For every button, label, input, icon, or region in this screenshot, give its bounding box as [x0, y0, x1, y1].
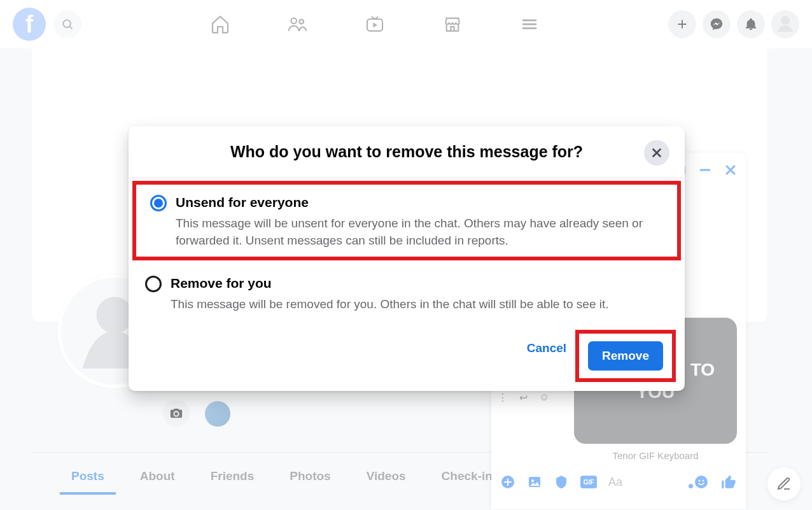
remove-button[interactable]: Remove — [588, 341, 663, 371]
dialog-body: Unsend for everyone This message will be… — [129, 182, 685, 331]
dialog-footer: Cancel Remove — [129, 331, 685, 391]
option-unsend-everyone[interactable]: Unsend for everyone This message will be… — [134, 182, 680, 259]
dialog-header: Who do you want to remove this message f… — [129, 126, 685, 178]
dialog-title: Who do you want to remove this message f… — [230, 143, 583, 161]
cancel-button[interactable]: Cancel — [517, 335, 577, 362]
radio-remove-for-you[interactable] — [145, 276, 162, 292]
option-title: Remove for you — [171, 276, 609, 291]
option-description: This message will be unsent for everyone… — [176, 215, 663, 249]
option-remove-for-you[interactable]: Remove for you This message will be remo… — [129, 263, 685, 323]
option-title: Unsend for everyone — [176, 195, 663, 210]
close-dialog-button[interactable] — [644, 140, 669, 166]
remove-message-dialog: Who do you want to remove this message f… — [129, 126, 685, 391]
highlighted-action: Remove — [580, 335, 671, 377]
option-description: This message will be removed for you. Ot… — [171, 296, 609, 313]
radio-unsend-everyone[interactable] — [150, 195, 167, 211]
close-icon — [650, 146, 664, 160]
